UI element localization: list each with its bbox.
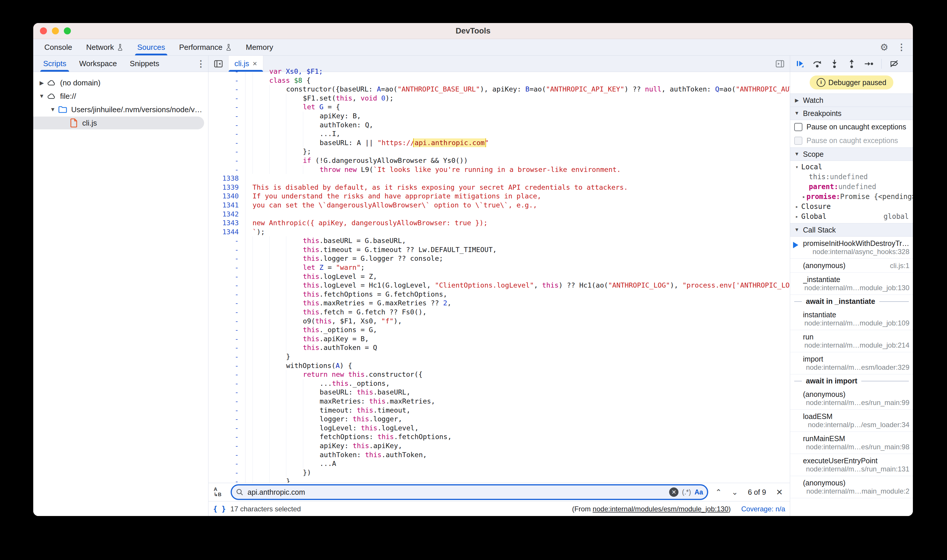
regex-toggle[interactable]: (.*): [682, 488, 691, 496]
line-gutter[interactable]: -: [208, 343, 245, 352]
line-gutter[interactable]: -: [208, 451, 245, 460]
chevron-down-icon[interactable]: ▼: [37, 93, 46, 99]
previous-match-icon[interactable]: ⌃: [715, 488, 722, 497]
line-gutter[interactable]: 1343: [208, 218, 245, 228]
line-gutter[interactable]: -: [208, 317, 245, 326]
call-stack-frame[interactable]: executeUserEntryPointnode:internal/m…s/r…: [790, 454, 913, 476]
navigator-tab-workspace[interactable]: Workspace: [72, 55, 123, 72]
tree-item-cli-js[interactable]: cli.js: [33, 116, 208, 130]
scope-section-header[interactable]: ▼ Scope: [790, 148, 913, 161]
line-gutter[interactable]: -: [208, 290, 245, 299]
coverage-link[interactable]: Coverage: n/a: [741, 505, 785, 513]
minimize-window-button[interactable]: [52, 28, 59, 34]
tab-sources[interactable]: Sources: [130, 39, 172, 55]
close-window-button[interactable]: [40, 28, 47, 34]
line-gutter[interactable]: 1344: [208, 228, 245, 237]
line-gutter[interactable]: 1340: [208, 192, 245, 201]
line-gutter[interactable]: -: [208, 442, 245, 451]
source-code-view[interactable]: -var Xs0, $F1;-class $8 {-constructor({b…: [208, 67, 790, 483]
line-gutter[interactable]: -: [208, 85, 245, 94]
next-match-icon[interactable]: ⌄: [731, 488, 738, 497]
tree-item--no-domain-[interactable]: ▶(no domain): [33, 76, 208, 89]
call-stack-frame[interactable]: promiseInitHookWithDestroyTr…node:intern…: [790, 237, 913, 259]
replace-toggle-icon[interactable]: A↳B: [213, 487, 227, 497]
call-stack-frame[interactable]: instantiatenode:internal/m…module_job:10…: [790, 308, 913, 330]
line-gutter[interactable]: -: [208, 281, 245, 290]
line-gutter[interactable]: -: [208, 361, 245, 370]
chevron-down-icon[interactable]: ▼: [48, 106, 57, 113]
step-into-button[interactable]: [830, 59, 839, 68]
navigator-tab-snippets[interactable]: Snippets: [123, 55, 166, 72]
scope-property-promise[interactable]: ▸promise: Promise {<pending>}: [790, 192, 913, 202]
line-gutter[interactable]: -: [208, 263, 245, 272]
line-gutter[interactable]: -: [208, 112, 245, 121]
call-stack-frame[interactable]: (anonymous)node:internal/m…main_module:2: [790, 476, 913, 498]
line-gutter[interactable]: 1341: [208, 201, 245, 210]
settings-gear-icon[interactable]: ⚙: [880, 43, 888, 52]
line-gutter[interactable]: -: [208, 147, 245, 156]
scope-property-this[interactable]: this: undefined: [790, 172, 913, 182]
line-gutter[interactable]: -: [208, 245, 245, 254]
call-stack-frame[interactable]: runnode:internal/m…module_job:214: [790, 330, 913, 352]
search-field[interactable]: ✕ (.*) Aa: [231, 484, 708, 500]
call-stack-frame[interactable]: importnode:internal/m…esm/loader:329: [790, 352, 913, 374]
line-gutter[interactable]: -: [208, 165, 245, 174]
watch-section-header[interactable]: ▶ Watch: [790, 94, 913, 107]
match-case-toggle[interactable]: Aa: [694, 488, 703, 496]
line-gutter[interactable]: -: [208, 334, 245, 343]
close-tab-icon[interactable]: ×: [253, 59, 257, 68]
tab-memory[interactable]: Memory: [239, 39, 280, 55]
line-gutter[interactable]: -: [208, 94, 245, 103]
call-stack-frame[interactable]: loadESMnode:internal/p…/esm_loader:34: [790, 410, 913, 432]
tab-console[interactable]: Console: [37, 39, 79, 55]
line-gutter[interactable]: -: [208, 325, 245, 334]
resume-script-button[interactable]: [795, 59, 805, 68]
checkbox[interactable]: [794, 123, 802, 131]
scope-property-parent[interactable]: parent: undefined: [790, 182, 913, 192]
navigator-more-icon[interactable]: ⋮: [196, 60, 205, 68]
breakpoint-option[interactable]: Pause on caught exceptions: [790, 134, 913, 148]
line-gutter[interactable]: -: [208, 156, 245, 165]
scope-group-global[interactable]: ▸Globalglobal: [790, 212, 913, 222]
breakpoints-section-header[interactable]: ▼ Breakpoints: [790, 107, 913, 120]
zoom-window-button[interactable]: [64, 28, 71, 34]
line-gutter[interactable]: -: [208, 308, 245, 317]
line-gutter[interactable]: 1338: [208, 174, 245, 183]
line-gutter[interactable]: -: [208, 379, 245, 388]
line-gutter[interactable]: -: [208, 370, 245, 379]
tab-performance[interactable]: Performance: [172, 39, 239, 55]
breakpoint-option[interactable]: Pause on uncaught exceptions: [790, 120, 913, 134]
chevron-right-icon[interactable]: ▸: [801, 194, 807, 200]
scope-group-closure[interactable]: ▸Closure: [790, 202, 913, 212]
line-gutter[interactable]: -: [208, 352, 245, 361]
call-stack-frame[interactable]: (anonymous)node:internal/m…es/run_main:9…: [790, 388, 913, 410]
pretty-print-icon[interactable]: { }: [213, 505, 226, 513]
line-gutter[interactable]: -: [208, 459, 245, 468]
line-gutter[interactable]: 1342: [208, 210, 245, 219]
scope-group-local[interactable]: ▾Local: [790, 162, 913, 172]
call-stack-frame[interactable]: (anonymous)cli.js:1: [790, 259, 913, 273]
line-gutter[interactable]: -: [208, 138, 245, 148]
line-gutter[interactable]: -: [208, 236, 245, 245]
line-gutter[interactable]: -: [208, 272, 245, 281]
line-gutter[interactable]: -: [208, 298, 245, 308]
chevron-right-icon[interactable]: ▸: [794, 214, 799, 219]
tab-network[interactable]: Network: [79, 39, 130, 55]
title-bar[interactable]: DevTools: [33, 23, 913, 39]
navigator-tab-scripts[interactable]: Scripts: [37, 55, 72, 72]
line-gutter[interactable]: -: [208, 129, 245, 138]
chevron-right-icon[interactable]: ▶: [37, 80, 46, 86]
line-gutter[interactable]: -: [208, 388, 245, 397]
step-button[interactable]: [864, 59, 873, 68]
tree-item-file-[interactable]: ▼file://: [33, 89, 208, 103]
line-gutter[interactable]: 1339: [208, 183, 245, 192]
editor-tab-clijs[interactable]: cli.js ×: [228, 55, 263, 72]
call-stack-frame[interactable]: _instantiatenode:internal/m…module_job:1…: [790, 273, 913, 295]
line-gutter[interactable]: -: [208, 432, 245, 442]
step-out-button[interactable]: [847, 59, 856, 68]
line-gutter[interactable]: -: [208, 254, 245, 263]
deactivate-breakpoints-button[interactable]: [890, 59, 899, 68]
callstack-section-header[interactable]: ▼ Call Stack: [790, 223, 913, 237]
search-input[interactable]: [247, 488, 666, 497]
line-gutter[interactable]: -: [208, 424, 245, 433]
